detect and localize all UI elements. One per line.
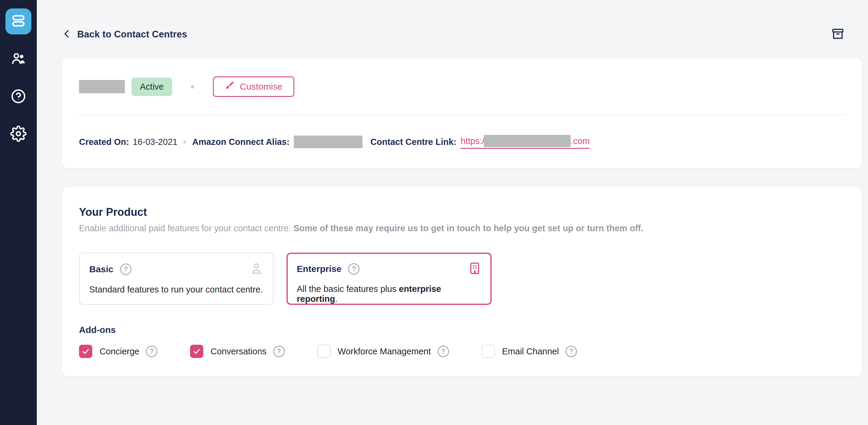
- enterprise-title: Enterprise: [297, 264, 341, 274]
- workforce-management-checkbox[interactable]: [317, 345, 331, 358]
- sidebar-item-settings[interactable]: [10, 125, 27, 143]
- contact-centre-link[interactable]: https:// n.com: [461, 135, 590, 149]
- addon-conversations: Conversations: [190, 345, 284, 358]
- back-label: Back to Contact Centres: [77, 29, 187, 40]
- main-content: Back to Contact Centres Active: [37, 0, 868, 376]
- question-circle-icon[interactable]: [348, 263, 360, 275]
- separator-dot: [183, 141, 186, 143]
- product-subtitle-bold: Some of these may require us to get in t…: [293, 223, 643, 233]
- option-head: Basic: [89, 262, 263, 277]
- question-circle-icon[interactable]: [273, 346, 285, 357]
- question-circle-icon[interactable]: [120, 263, 131, 275]
- addon-email-channel: Email Channel: [482, 345, 577, 358]
- link-redacted: [484, 135, 570, 147]
- link-prefix: https://: [461, 136, 487, 146]
- users-icon: [10, 51, 27, 68]
- enterprise-desc-regular: All the basic features plus: [297, 284, 399, 294]
- email-channel-checkbox[interactable]: [482, 345, 495, 358]
- gear-icon: [10, 125, 27, 143]
- product-option-basic[interactable]: Basic Standard features to run your cont…: [79, 253, 274, 305]
- centre-name-redacted: [79, 80, 125, 93]
- product-subtitle-regular: Enable additional paid features for your…: [79, 223, 293, 233]
- page-header: Back to Contact Centres: [62, 28, 862, 41]
- basic-title: Basic: [89, 264, 114, 274]
- addons-row: Concierge Conversations Workforce Manage…: [79, 345, 845, 358]
- product-title: Your Product: [79, 206, 845, 219]
- sidebar-item-help[interactable]: [10, 88, 27, 106]
- addon-label: Concierge: [99, 346, 140, 357]
- your-product-card: Your Product Enable additional paid feat…: [62, 187, 862, 376]
- building-icon: [468, 262, 482, 276]
- contact-centre-card: Active Customise Created On: 16-03-2021 …: [62, 58, 862, 168]
- customise-button[interactable]: Customise: [213, 76, 294, 97]
- option-head: Enterprise: [297, 262, 482, 276]
- basic-description: Standard features to run your contact ce…: [89, 285, 263, 294]
- chevron-left-icon: [62, 29, 72, 40]
- created-on-label: Created On:: [79, 137, 129, 147]
- product-options: Basic Standard features to run your cont…: [79, 253, 845, 305]
- addons-title: Add-ons: [79, 325, 845, 335]
- archive-button[interactable]: [831, 28, 844, 41]
- addon-label: Conversations: [211, 346, 266, 357]
- centre-link-label: Contact Centre Link:: [370, 137, 456, 147]
- conversations-checkbox[interactable]: [190, 345, 203, 358]
- addon-concierge: Concierge: [79, 345, 157, 358]
- help-circle-icon: [10, 88, 27, 106]
- archive-icon: [832, 27, 844, 41]
- user-icon: [249, 262, 263, 277]
- product-subtitle: Enable additional paid features for your…: [79, 223, 845, 233]
- product-option-enterprise[interactable]: Enterprise All the basic features: [286, 253, 492, 305]
- sidebar-item-contact-centres[interactable]: [5, 8, 31, 34]
- divider: [79, 114, 845, 115]
- customise-label: Customise: [240, 82, 283, 92]
- enterprise-desc-end: .: [335, 294, 338, 304]
- status-badge: Active: [131, 78, 172, 96]
- question-circle-icon[interactable]: [146, 346, 157, 357]
- separator-dot: [191, 85, 194, 88]
- sidebar-item-users[interactable]: [10, 51, 27, 68]
- addon-label: Workforce Management: [338, 346, 431, 357]
- enterprise-description: All the basic features plus enterprise r…: [297, 284, 482, 304]
- connect-alias-label: Amazon Connect Alias:: [192, 137, 289, 147]
- sidebar: [0, 0, 37, 425]
- question-circle-icon[interactable]: [438, 346, 449, 357]
- connect-alias-redacted: [294, 136, 363, 148]
- concierge-checkbox[interactable]: [79, 345, 92, 358]
- addon-workforce-management: Workforce Management: [317, 345, 449, 358]
- paintbrush-icon: [225, 81, 234, 93]
- centre-meta-row: Created On: 16-03-2021 Amazon Connect Al…: [79, 135, 845, 149]
- status-row: Active Customise: [79, 76, 845, 97]
- created-on-value: 16-03-2021: [133, 137, 177, 147]
- servers-icon: [10, 13, 27, 30]
- back-link[interactable]: Back to Contact Centres: [62, 29, 187, 40]
- question-circle-icon[interactable]: [565, 346, 577, 357]
- addon-label: Email Channel: [502, 346, 559, 357]
